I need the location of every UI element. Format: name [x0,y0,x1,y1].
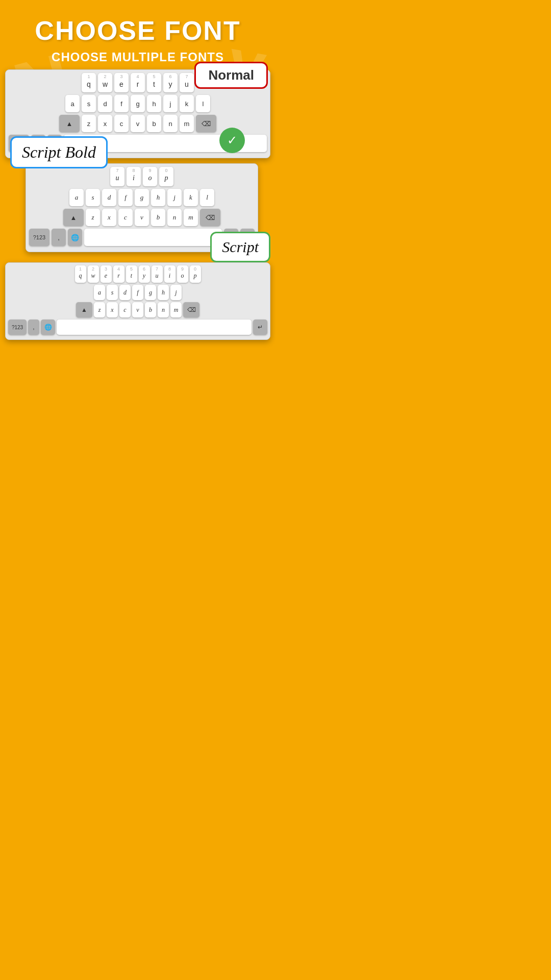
kb3-o[interactable]: 9o [177,265,188,283]
kb3-f[interactable]: f [132,285,143,300]
kb-key-v[interactable]: v [131,115,145,132]
kb3-w[interactable]: 2w [88,265,99,283]
kb2-a[interactable]: a [69,189,84,206]
kb3-h[interactable]: h [158,285,169,300]
kb3-backspace[interactable]: ⌫ [183,302,199,317]
kb3-p[interactable]: 0p [190,265,201,283]
kb2-b[interactable]: b [151,209,165,226]
kb2-z[interactable]: z [86,209,100,226]
kb2-m[interactable]: m [184,209,198,226]
kb2-c[interactable]: c [118,209,133,226]
keyboards-section: Normal 1q 2w 3e 4r 5t 6y 7u a s d [0,64,276,345]
kb3-row2: a s d f g h j [8,285,267,300]
kb3-n[interactable]: n [158,302,169,317]
main-content: CHOOSE FONT CHOOSE MULTIPLE FONTS Normal… [0,0,276,345]
keyboard-3: 1q 2w 3e 4r 5t 6y 7u 8i 9o 0p a s d f [5,262,270,340]
kb-key-h[interactable]: h [147,95,161,112]
kb2-j[interactable]: j [167,189,182,206]
kb3-e[interactable]: 3e [101,265,112,283]
keyboard-group-script: 1q 2w 3e 4r 5t 6y 7u 8i 9o 0p a s d f [5,262,270,340]
script-font-badge[interactable]: Script [210,232,270,262]
kb3-row1: 1q 2w 3e 4r 5t 6y 7u 8i 9o 0p [8,265,267,283]
kb-key-j[interactable]: j [163,95,178,112]
kb-key-g[interactable]: g [131,95,145,112]
kb3-u[interactable]: 7u [152,265,163,283]
kb3-i[interactable]: 8i [164,265,176,283]
kb2-h[interactable]: h [151,189,165,206]
kb-key-t[interactable]: 5t [147,73,161,92]
kb2-backspace[interactable]: ⌫ [200,209,220,226]
kb2-key-u[interactable]: 7u [110,167,124,186]
kb2-comma[interactable]: , [52,229,66,246]
kb-key-e[interactable]: 3e [114,73,129,92]
kb3-b[interactable]: b [145,302,156,317]
kb3-row3: ▲ z x c v b n m ⌫ [8,302,267,317]
kb-shift-key[interactable]: ▲ [59,115,80,132]
kb-key-c[interactable]: c [114,115,129,132]
kb2-row1: 7u 8i 9o 0p [29,167,255,186]
kb3-space[interactable] [57,320,252,335]
kb2-f[interactable]: f [118,189,133,206]
normal-font-badge[interactable]: Normal [194,62,268,89]
kb-key-y[interactable]: 6y [163,73,178,92]
kb2-space[interactable] [84,229,222,246]
kb3-m[interactable]: m [170,302,182,317]
kb2-g[interactable]: g [135,189,149,206]
kb-key-l[interactable]: l [196,95,210,112]
kb3-v[interactable]: v [132,302,143,317]
kb3-s[interactable]: s [107,285,118,300]
kb2-key-i[interactable]: 8i [127,167,141,186]
kb3-row4: ?123 , 🌐 ↵ [8,320,267,335]
kb2-symbols[interactable]: ?123 [29,229,49,246]
page-title: CHOOSE FONT [35,15,240,46]
kb2-n[interactable]: n [167,209,182,226]
kb3-a[interactable]: a [94,285,105,300]
kb-key-u[interactable]: 7u [180,73,194,92]
script-bold-font-badge[interactable]: Script Bold [10,136,108,168]
kb3-globe[interactable]: 🌐 [41,320,55,335]
kb1-row2: a s d f g h j k l [9,95,267,112]
kb2-x[interactable]: x [102,209,116,226]
kb2-s[interactable]: s [86,189,100,206]
keyboard-group-normal: Normal 1q 2w 3e 4r 5t 6y 7u a s d [5,69,270,158]
kb-key-s[interactable]: s [82,95,96,112]
kb3-q[interactable]: 1q [75,265,86,283]
kb3-g[interactable]: g [145,285,156,300]
kb-key-z[interactable]: z [82,115,96,132]
kb3-d[interactable]: d [119,285,131,300]
kb3-z[interactable]: z [94,302,105,317]
kb2-row2: a s d f g h j k l [29,189,255,206]
kb3-t[interactable]: 5t [126,265,137,283]
kb3-y[interactable]: 6y [139,265,150,283]
kb2-key-o[interactable]: 9o [143,167,157,186]
kb2-key-p[interactable]: 0p [159,167,173,186]
kb-key-k[interactable]: k [180,95,194,112]
kb-key-w[interactable]: 2w [98,73,112,92]
kb3-x[interactable]: x [107,302,118,317]
kb2-v[interactable]: v [135,209,149,226]
kb2-globe[interactable]: 🌐 [68,229,82,246]
kb-key-m[interactable]: m [180,115,194,132]
keyboard-group-script-bold: 7u 8i 9o 0p a s d f g h j k l [26,163,270,252]
kb2-shift[interactable]: ▲ [63,209,84,226]
kb-key-f[interactable]: f [114,95,129,112]
kb3-shift[interactable]: ▲ [76,302,92,317]
kb2-l[interactable]: l [200,189,214,206]
kb3-comma[interactable]: , [28,320,39,335]
kb-key-d[interactable]: d [98,95,112,112]
kb-key-a[interactable]: a [65,95,80,112]
kb3-enter[interactable]: ↵ [253,320,267,335]
kb2-k[interactable]: k [184,189,198,206]
kb-key-r[interactable]: 4r [131,73,145,92]
kb3-r[interactable]: 4r [113,265,124,283]
kb-key-x[interactable]: x [98,115,112,132]
kb-key-n[interactable]: n [163,115,178,132]
kb3-symbols[interactable]: ?123 [8,320,27,335]
kb3-c[interactable]: c [119,302,131,317]
kb-key-q[interactable]: 1q [82,73,96,92]
kb-backspace-key[interactable]: ⌫ [196,115,216,132]
kb3-j[interactable]: j [170,285,182,300]
kb-key-b[interactable]: b [147,115,161,132]
checkmark-badge: ✓ [219,128,245,153]
kb2-d[interactable]: d [102,189,116,206]
